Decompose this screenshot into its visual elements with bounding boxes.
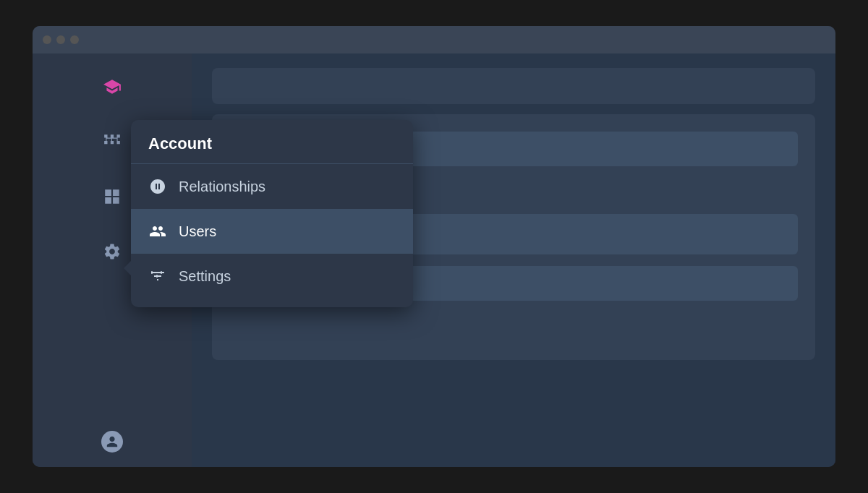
top-card xyxy=(212,68,815,104)
sidebar-item-learning[interactable] xyxy=(96,71,128,103)
account-dropdown-menu: Account Relationships xyxy=(131,120,413,307)
minimize-button[interactable] xyxy=(56,35,65,44)
sidebar-item-org[interactable] xyxy=(96,126,128,158)
svg-point-1 xyxy=(158,180,161,183)
menu-item-settings-option[interactable]: Settings xyxy=(131,254,413,299)
maximize-button[interactable] xyxy=(70,35,79,44)
sidebar-item-reports[interactable] xyxy=(96,181,128,213)
sidebar-bottom xyxy=(101,431,123,453)
users-icon xyxy=(148,222,167,241)
settings-label: Settings xyxy=(179,268,231,285)
app-window: Supervisor (1) ▾ lick ck@peoplegoal.com … xyxy=(33,26,835,467)
relationships-icon xyxy=(148,177,167,196)
menu-header: Account xyxy=(131,134,413,164)
close-button[interactable] xyxy=(43,35,51,44)
users-label: Users xyxy=(179,223,216,240)
menu-item-users[interactable]: Users xyxy=(131,209,413,254)
settings-menu-icon xyxy=(148,267,167,286)
svg-rect-8 xyxy=(161,271,162,274)
svg-rect-6 xyxy=(151,271,153,274)
menu-item-relationships[interactable]: Relationships xyxy=(131,164,413,209)
user-avatar[interactable] xyxy=(101,431,123,453)
svg-rect-7 xyxy=(156,275,158,278)
relationships-label: Relationships xyxy=(179,179,265,195)
traffic-lights xyxy=(43,35,79,44)
svg-point-0 xyxy=(154,180,157,183)
titlebar xyxy=(33,26,835,53)
svg-point-2 xyxy=(156,190,159,193)
